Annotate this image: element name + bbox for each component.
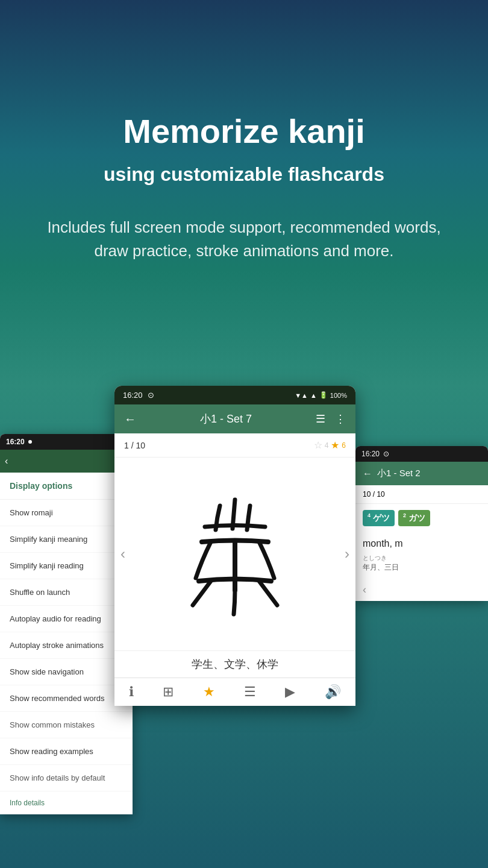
right-app-title: 小1 - Set 2 [377, 468, 421, 479]
chip-getsu-super: 4 [368, 512, 371, 518]
right-prev-button[interactable]: ‹ [363, 583, 366, 596]
center-app-icons: ☰ ⋮ [316, 412, 346, 426]
right-card-english: month, m [363, 538, 481, 549]
left-time: 16:20 [6, 438, 25, 446]
right-count-bar: 10 / 10 [355, 485, 488, 504]
right-card-count: 10 / 10 [363, 490, 385, 498]
more-icon[interactable]: ⋮ [335, 412, 346, 426]
menu-item-autoplay-audio[interactable]: Autoplay audio for reading [0, 606, 133, 632]
phone-center: 16:20 ⊙ ▼▲ ▲ 🔋 100% ← 小1 - Set 7 ☰ ⋮ [114, 386, 355, 706]
phone-left: 16:20 ‹ Display options Show romaji Simp… [0, 434, 133, 814]
screenshots-container: 16:20 ‹ Display options Show romaji Simp… [0, 386, 488, 856]
phone-right: 16:20 ⊙ ← 小1 - Set 2 10 / 10 4 ゲツ [355, 446, 488, 601]
list-nav-button[interactable]: ☰ [244, 684, 256, 700]
hero-subtitle: using customizable flashcards [104, 163, 384, 186]
card-total: 10 [136, 441, 145, 450]
star-filled-icon: ★ [331, 439, 339, 451]
star-empty-icon: ☆ [314, 439, 322, 451]
menu-panel: Display options Show romaji Simplify kan… [0, 473, 133, 814]
menu-item-reading-examples[interactable]: Show reading examples [0, 738, 133, 765]
star-count-empty: 4 [325, 441, 329, 450]
right-card-japanese: としつき 年月、三日 [363, 554, 481, 573]
kanji-drawn [163, 482, 307, 626]
left-status-bar: 16:20 [0, 434, 133, 450]
menu-item-simplify-reading[interactable]: Simplify kanji reading [0, 553, 133, 579]
menu-item-romaji[interactable]: Show romaji [0, 500, 133, 526]
center-status-bar: 16:20 ⊙ ▼▲ ▲ 🔋 100% [114, 386, 355, 404]
bottom-nav: ℹ ⊞ ★ ☰ ▶ 🔊 [114, 678, 355, 706]
right-back-button[interactable]: ← [363, 468, 372, 479]
card-count: 1 / 10 [124, 441, 145, 450]
center-back-button[interactable]: ← [124, 412, 136, 426]
menu-item-autoplay-stroke[interactable]: Autoplay stroke animations [0, 632, 133, 659]
next-card-button[interactable]: › [345, 546, 349, 562]
menu-item-shuffle[interactable]: Shuffle on launch [0, 579, 133, 606]
menu-item-info-details[interactable]: Show info details by default [0, 765, 133, 791]
center-status-dot: ⊙ [148, 391, 154, 400]
right-card-content: month, m としつき 年月、三日 [355, 532, 488, 579]
battery-percent: 100% [330, 392, 347, 399]
center-status-left: 16:20 ⊙ [123, 391, 154, 400]
battery-icon: 🔋 [319, 391, 328, 399]
card-current: 1 [124, 441, 129, 450]
right-status-bar: 16:20 ⊙ [355, 446, 488, 462]
volume-nav-button[interactable]: 🔊 [325, 684, 341, 700]
menu-item-common-mistakes[interactable]: Show common mistakes [0, 712, 133, 738]
chip-gatsu-super: 2 [403, 512, 406, 518]
chip-gatsu: 2 ガツ [398, 510, 430, 526]
kanji-card: ‹ [114, 458, 355, 650]
right-total: 10 [377, 490, 384, 498]
prev-card-button[interactable]: ‹ [120, 546, 125, 562]
center-status-icons: ▼▲ ▲ 🔋 100% [295, 391, 347, 399]
signal-icon: ▲ [310, 392, 317, 399]
right-time: 16:20 [361, 450, 380, 458]
info-nav-button[interactable]: ℹ [129, 684, 134, 700]
hero-section: Memorize kanji using customizable flashc… [0, 0, 488, 386]
chip-gatsu-text: ガツ [408, 513, 425, 523]
center-time: 16:20 [123, 391, 143, 400]
right-card-nav: ‹ [355, 579, 488, 601]
right-current: 10 [363, 490, 371, 498]
card-words: 学生、文学、休学 [114, 650, 355, 678]
left-dot [28, 440, 32, 444]
grid-nav-button[interactable]: ⊞ [163, 684, 174, 700]
chip-getsu-text: ゲツ [373, 513, 390, 523]
menu-footer: Info details [0, 791, 133, 814]
center-app-title: 小1 - Set 7 [200, 412, 252, 426]
right-japanese-label: としつき [363, 554, 481, 562]
screenshots-section: 16:20 ‹ Display options Show romaji Simp… [0, 386, 488, 868]
menu-item-simplify-meaning[interactable]: Simplify kanji meaning [0, 526, 133, 553]
menu-item-recommended[interactable]: Show recommended words [0, 685, 133, 712]
wifi-icon: ▼▲ [295, 392, 308, 399]
chip-getsu: 4 ゲツ [363, 510, 395, 526]
star-rating: ☆ 4 ★ 6 [314, 439, 346, 451]
kanji-svg [169, 488, 301, 620]
left-nav-arrow: ‹ [5, 456, 8, 467]
vocab-chips: 4 ゲツ 2 ガツ [355, 504, 488, 532]
menu-item-side-nav[interactable]: Show side navigation [0, 659, 133, 685]
hero-title: Memorize kanji [123, 111, 364, 151]
right-status-dot: ⊙ [383, 450, 389, 458]
star-nav-button[interactable]: ★ [203, 684, 215, 700]
right-japanese-text: 年月、三日 [363, 562, 481, 573]
star-count-filled: 6 [342, 441, 346, 450]
center-app-bar: ← 小1 - Set 7 ☰ ⋮ [114, 404, 355, 433]
list-icon[interactable]: ☰ [316, 412, 325, 426]
play-nav-button[interactable]: ▶ [285, 684, 295, 700]
card-count-bar: 1 / 10 ☆ 4 ★ 6 [114, 433, 355, 458]
hero-description: Includes full screen mode support, recom… [39, 216, 449, 263]
menu-header: Display options [0, 473, 133, 500]
right-app-bar: ← 小1 - Set 2 [355, 462, 488, 485]
